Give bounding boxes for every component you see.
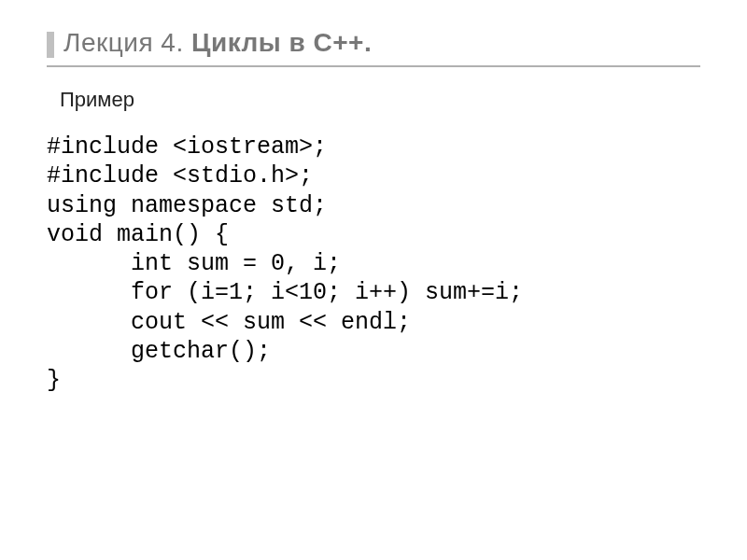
divider xyxy=(47,65,700,67)
title-sep: . xyxy=(176,28,191,57)
code-line: using namespace std; xyxy=(47,192,327,219)
example-label: Пример xyxy=(60,88,700,112)
accent-bar-icon xyxy=(47,32,54,58)
title-row: Лекция 4. Циклы в С++. xyxy=(47,28,700,58)
title-number: 4 xyxy=(161,28,176,57)
code-line: #include <iostream>; xyxy=(47,133,327,161)
code-line: #include <stdio.h>; xyxy=(47,162,313,189)
code-block: #include <iostream>; #include <stdio.h>;… xyxy=(47,133,700,395)
code-line: void main() { xyxy=(47,221,229,248)
code-line: getchar(); xyxy=(47,338,271,365)
title-prefix: Лекция xyxy=(63,28,161,57)
title-bold: Циклы в С++. xyxy=(191,28,372,57)
slide: Лекция 4. Циклы в С++. Пример #include <… xyxy=(0,0,747,560)
slide-title: Лекция 4. Циклы в С++. xyxy=(63,28,372,58)
code-line: } xyxy=(47,367,61,394)
code-line: for (i=1; i<10; i++) sum+=i; xyxy=(47,279,523,306)
code-line: cout << sum << endl; xyxy=(47,309,411,336)
code-line: int sum = 0, i; xyxy=(47,250,341,277)
